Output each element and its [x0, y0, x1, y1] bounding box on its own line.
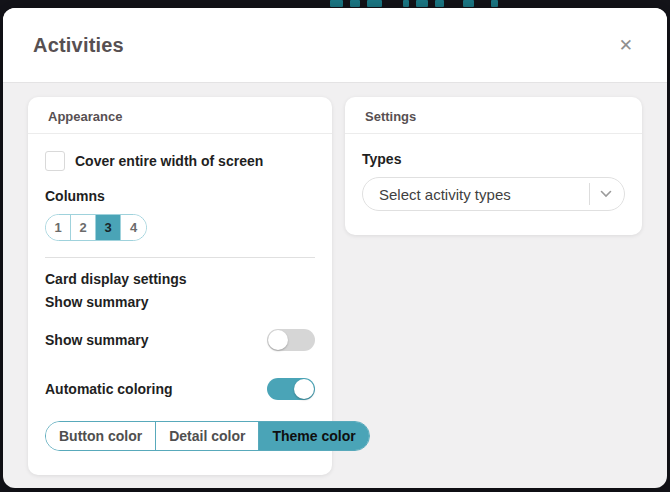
- columns-option-1[interactable]: 1: [46, 215, 71, 240]
- color-mode-button-group: Button color Detail color Theme color: [45, 421, 370, 451]
- appearance-panel-body: Cover entire width of screen Columns 1 2…: [28, 134, 332, 475]
- card-display-settings-title: Card display settings: [45, 271, 315, 287]
- cover-width-checkbox[interactable]: [45, 151, 65, 171]
- dropdown-separator: [589, 183, 590, 205]
- automatic-coloring-label: Automatic coloring: [45, 381, 173, 397]
- cover-width-row: Cover entire width of screen: [45, 151, 315, 171]
- settings-panel-title: Settings: [345, 97, 642, 134]
- show-summary-toggle[interactable]: [267, 329, 315, 351]
- columns-option-4[interactable]: 4: [121, 215, 146, 240]
- chevron-down-icon: [600, 190, 612, 198]
- modal-title: Activities: [33, 34, 124, 57]
- modal-header: Activities ✕: [3, 8, 667, 83]
- toggle-knob: [294, 379, 314, 399]
- activities-modal: Activities ✕ Appearance Cover entire wid…: [3, 8, 667, 488]
- detail-color-option[interactable]: Detail color: [156, 422, 259, 450]
- button-color-option[interactable]: Button color: [46, 422, 156, 450]
- automatic-coloring-toggle[interactable]: [267, 378, 315, 400]
- activity-types-placeholder: Select activity types: [379, 186, 589, 203]
- settings-panel: Settings Types Select activity types: [345, 97, 642, 235]
- card-display-settings-subtitle: Show summary: [45, 294, 315, 310]
- automatic-coloring-row: Automatic coloring: [45, 378, 315, 400]
- section-divider: [45, 257, 315, 258]
- background-glyphs: [330, 0, 498, 7]
- settings-panel-body: Types Select activity types: [345, 134, 642, 235]
- activity-types-select[interactable]: Select activity types: [362, 177, 625, 211]
- show-summary-label: Show summary: [45, 332, 148, 348]
- columns-option-2[interactable]: 2: [71, 215, 96, 240]
- columns-option-3[interactable]: 3: [96, 215, 121, 240]
- modal-body: Appearance Cover entire width of screen …: [3, 83, 667, 488]
- appearance-panel: Appearance Cover entire width of screen …: [28, 97, 332, 475]
- theme-color-option[interactable]: Theme color: [259, 422, 368, 450]
- close-icon[interactable]: ✕: [615, 33, 637, 58]
- show-summary-row: Show summary: [45, 329, 315, 351]
- columns-button-group: 1 2 3 4: [45, 214, 147, 241]
- appearance-panel-title: Appearance: [28, 97, 332, 134]
- columns-label: Columns: [45, 188, 315, 204]
- cover-width-label: Cover entire width of screen: [75, 153, 263, 169]
- toggle-knob: [268, 330, 288, 350]
- types-label: Types: [362, 151, 625, 167]
